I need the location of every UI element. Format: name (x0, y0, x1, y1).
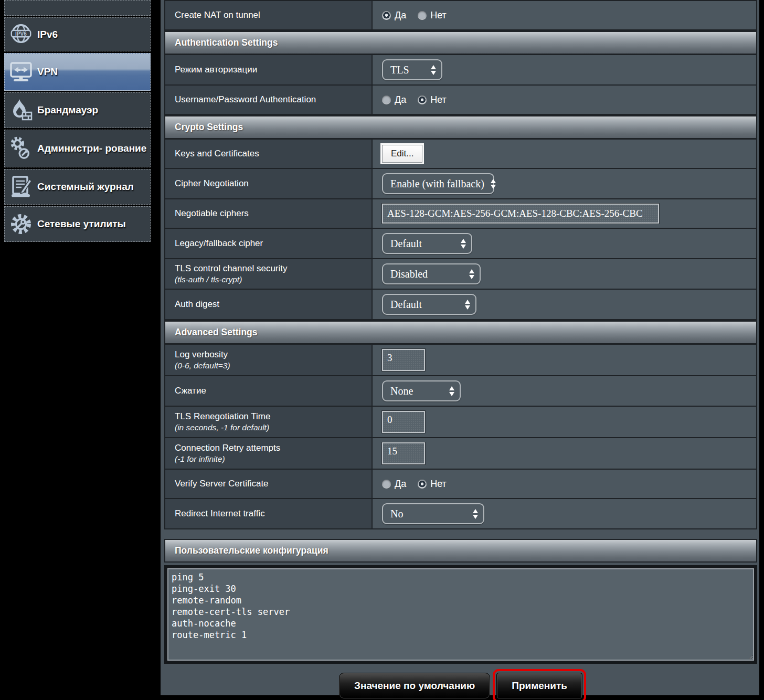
apply-button[interactable]: Применить (496, 673, 582, 699)
arrow-up-icon (469, 269, 474, 273)
sidebar-item-label: VPN (37, 61, 60, 83)
sidebar-item-partial-top[interactable] (4, 0, 151, 16)
arrow-down-icon (461, 245, 466, 249)
verify-server-certificate-radio-yes-label: Да (395, 479, 406, 490)
arrow-down-icon (449, 392, 454, 396)
create-nat-on-tunnel-label: Create NAT on tunnel (175, 10, 366, 20)
auth-digest-select-value: Default (390, 299, 422, 311)
custom-config-textarea[interactable] (167, 568, 754, 661)
arrow-down-icon (465, 305, 470, 310)
tls-control-channel-security-sublabel: (tls-auth / tls-crypt) (175, 275, 366, 284)
auth-mode-label: Режим авторизации (175, 65, 366, 75)
auth-digest-value-cell: Default (373, 290, 756, 319)
auth-mode-select[interactable]: TLS (382, 59, 442, 80)
connection-retry-attempts-value-cell: 15 (373, 438, 756, 469)
select-arrows-icon (461, 239, 466, 249)
create-nat-on-tunnel-radio-no-label: Нет (430, 10, 447, 21)
create-nat-on-tunnel-radio-no[interactable]: Нет (418, 10, 447, 21)
settings-row-keys-and-certificates: Keys and CertificatesEdit... (165, 140, 756, 169)
footer-buttons: Значение по умолчанию Применить (164, 673, 757, 699)
tls-renegotiation-time-sublabel: (in seconds, -1 for default) (175, 423, 366, 432)
settings-row-connection-retry-attempts: Connection Retry attempts(-1 for infinit… (165, 438, 756, 470)
settings-row-cipher-negotiation: Cipher NegotiationEnable (with fallback) (165, 169, 756, 199)
legacy-fallback-cipher-value-cell: Default (373, 229, 756, 258)
username-password-auth-radio-no[interactable]: Нет (418, 94, 447, 105)
tls-renegotiation-time-input[interactable]: 0 (382, 411, 425, 433)
auth-digest-select[interactable]: Default (382, 294, 476, 315)
restore-defaults-button[interactable]: Значение по умолчанию (339, 673, 490, 699)
tls-control-channel-security-label-cell: TLS control channel security(tls-auth / … (165, 259, 373, 289)
log-verbosity-input[interactable]: 3 (382, 349, 425, 371)
auth-mode-value-cell: TLS (373, 55, 756, 84)
verify-server-certificate-radio-group: ДаНет (382, 479, 447, 490)
tls-control-channel-security-select[interactable]: Disabled (382, 263, 481, 284)
sidebar: IPV6IPv6VPNБрандмауэрАдминистри- рование… (4, 0, 151, 243)
sidebar-item-administration[interactable]: Администри- рование (4, 130, 151, 167)
log-verbosity-label: Log verbosity (175, 349, 366, 360)
legacy-fallback-cipher-select[interactable]: Default (382, 233, 472, 254)
tls-renegotiation-time-label-cell: TLS Renegotiation Time(in seconds, -1 fo… (165, 407, 373, 437)
username-password-auth-label: Username/Password Authentication (175, 94, 366, 105)
select-arrows-icon (469, 269, 474, 279)
admin-gears-icon (5, 136, 37, 161)
sidebar-item-vpn[interactable]: VPN (4, 53, 151, 91)
arrow-down-icon (473, 515, 478, 519)
auth-digest-label: Auth digest (175, 299, 366, 310)
radio-unselected-icon (382, 480, 391, 489)
username-password-auth-value-cell: ДаНет (373, 86, 756, 114)
section-header-crypto-settings: Crypto Settings (165, 115, 756, 140)
connection-retry-attempts-sublabel: (-1 for infinite) (175, 454, 366, 464)
radio-selected-icon (382, 11, 391, 20)
arrow-up-icon (461, 239, 466, 243)
keys-and-certificates-edit-button[interactable]: Edit... (382, 145, 422, 163)
username-password-auth-radio-yes[interactable]: Да (382, 94, 406, 105)
username-password-auth-label-cell: Username/Password Authentication (165, 86, 373, 114)
compression-select[interactable]: None (382, 380, 461, 401)
username-password-auth-radio-no-label: Нет (430, 94, 447, 105)
radio-unselected-icon (382, 96, 391, 104)
keys-and-certificates-label-cell: Keys and Certificates (165, 140, 373, 168)
vpn-settings-panel: Create NAT on tunnelДаНетAuthentication … (161, 0, 759, 695)
section-header-authentication-settings: Authentication Settings (165, 30, 756, 55)
radio-selected-icon (418, 480, 427, 489)
tls-renegotiation-time-value-cell: 0 (373, 407, 756, 437)
vpn-monitor-icon (5, 60, 37, 84)
sidebar-item-network-tools[interactable]: Сетевые утилиты (4, 206, 151, 242)
create-nat-on-tunnel-radio-yes[interactable]: Да (382, 10, 406, 21)
settings-row-username-password-auth: Username/Password AuthenticationДаНет (165, 86, 756, 115)
arrow-up-icon (449, 386, 454, 390)
connection-retry-attempts-input[interactable]: 15 (382, 442, 425, 464)
svg-text:IPV6: IPV6 (15, 30, 27, 36)
section-title: Authentication Settings (175, 37, 278, 48)
negotiable-ciphers-label: Negotiable ciphers (175, 208, 366, 219)
cipher-negotiation-select[interactable]: Enable (with fallback) (382, 173, 494, 194)
connection-retry-attempts-label-cell: Connection Retry attempts(-1 for infinit… (165, 438, 373, 469)
arrow-up-icon (491, 179, 496, 183)
arrow-down-icon (469, 275, 474, 279)
radio-selected-icon (418, 96, 427, 104)
negotiable-ciphers-input[interactable]: AES-128-GCM:AES-256-GCM:AES-128-CBC:AES-… (382, 204, 659, 224)
redirect-internet-traffic-label-cell: Redirect Internet traffic (165, 499, 373, 528)
settings-row-create-nat-on-tunnel: Create NAT on tunnelДаНет (165, 1, 756, 30)
cipher-negotiation-select-value: Enable (with fallback) (390, 178, 484, 190)
custom-config-box (164, 565, 757, 664)
settings-row-log-verbosity: Log verbosity(0-6, default=3)3 (165, 345, 756, 376)
auth-mode-select-value: TLS (390, 64, 409, 76)
redirect-internet-traffic-select[interactable]: No (382, 503, 484, 524)
verify-server-certificate-radio-yes[interactable]: Да (382, 479, 406, 490)
sidebar-item-system-log[interactable]: Системный журнал (4, 169, 151, 205)
sidebar-item-label: Системный журнал (37, 176, 136, 198)
log-verbosity-value-cell: 3 (373, 345, 756, 375)
verify-server-certificate-radio-no[interactable]: Нет (418, 479, 447, 490)
settings-row-auth-digest: Auth digestDefault (165, 290, 756, 320)
arrow-down-icon (491, 185, 496, 189)
arrow-down-icon (431, 71, 436, 75)
sidebar-item-label: Администри- рование (37, 137, 148, 160)
sidebar-item-label: IPv6 (37, 24, 60, 46)
redirect-internet-traffic-value-cell: No (373, 499, 756, 528)
keys-and-certificates-label: Keys and Certificates (175, 149, 366, 159)
username-password-auth-radio-yes-label: Да (395, 94, 406, 105)
sidebar-item-ipv6[interactable]: IPV6IPv6 (4, 17, 151, 51)
sidebar-item-firewall[interactable]: Брандмауэр (4, 92, 151, 128)
auth-mode-label-cell: Режим авторизации (165, 55, 373, 84)
